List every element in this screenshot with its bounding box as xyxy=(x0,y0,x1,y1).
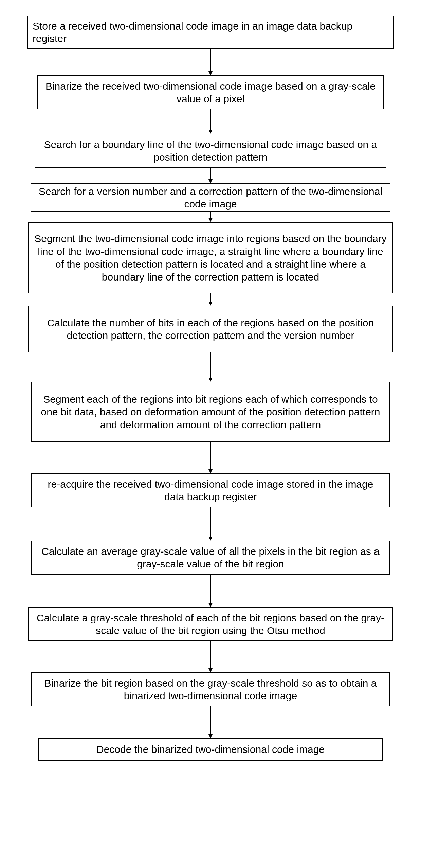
flowchart-canvas: Store a received two-dimensional code im… xyxy=(0,0,421,868)
flowchart-arrows-layer xyxy=(0,0,421,868)
